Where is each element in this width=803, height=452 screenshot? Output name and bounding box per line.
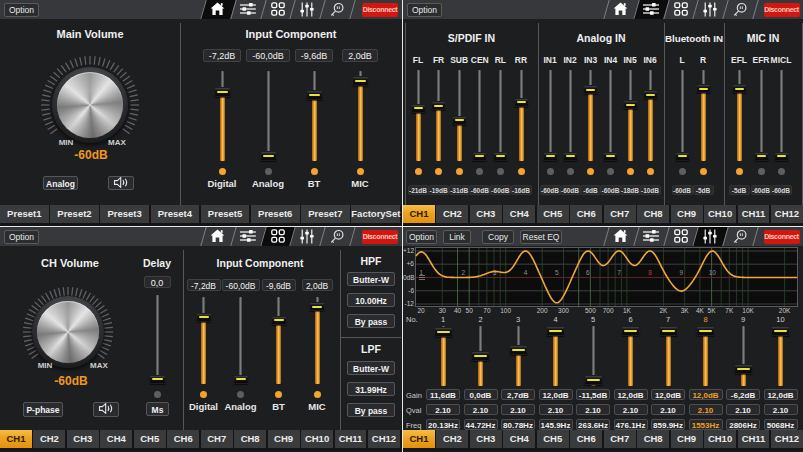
svg-text:4: 4: [524, 269, 528, 276]
svg-text:1: 1: [419, 269, 423, 276]
svg-text:10: 10: [709, 269, 717, 276]
svg-text:9: 9: [679, 269, 683, 276]
svg-text:8: 8: [648, 269, 652, 276]
svg-text:6: 6: [586, 269, 590, 276]
svg-text:3: 3: [493, 269, 497, 276]
svg-text:2: 2: [462, 269, 466, 276]
svg-text:5: 5: [555, 269, 559, 276]
svg-text:7: 7: [617, 269, 621, 276]
